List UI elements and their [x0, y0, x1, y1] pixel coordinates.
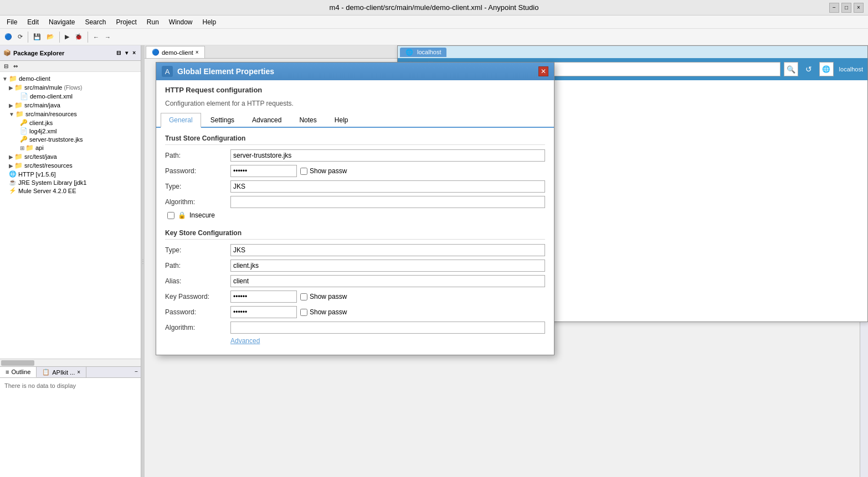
tree-item-log4j2-xml[interactable]: 📄 log4j2.xml	[0, 127, 141, 135]
trust-show-pass-checkbox[interactable]	[300, 168, 307, 175]
tree-item-src-main-mule[interactable]: ▶ 📁 src/main/mule (Flows)	[0, 83, 141, 92]
menu-run[interactable]: Run	[142, 17, 163, 27]
dialog-tab-help[interactable]: Help	[326, 113, 357, 127]
window-controls[interactable]: − □ ×	[829, 3, 864, 13]
insecure-checkbox[interactable]	[167, 212, 174, 219]
key-pass-row: Password: Show passw	[165, 306, 545, 318]
key-algorithm-input[interactable]	[230, 322, 545, 334]
key-path-input[interactable]	[230, 260, 545, 272]
key-type-label: Type:	[165, 246, 226, 254]
maximize-button[interactable]: □	[841, 3, 851, 13]
trust-show-pass-group: Show passw	[300, 167, 347, 175]
tree-item-demo-client-xml[interactable]: 📄 demo-client.xml	[0, 92, 141, 101]
key-type-input[interactable]	[230, 244, 545, 256]
trust-type-label: Type:	[165, 183, 226, 190]
package-explorer-title: Package Explorer	[13, 50, 64, 56]
key-pass-show-checkbox[interactable]	[300, 309, 307, 316]
tree-label-http: HTTP [v1.5.6]	[18, 171, 56, 178]
dialog-form: Trust Store Configuration Path: Password…	[156, 128, 554, 355]
menu-project[interactable]: Project	[111, 17, 141, 27]
apikit-icon: 📋	[42, 369, 50, 376]
key-pass-input[interactable]	[230, 306, 297, 318]
toolbar-save[interactable]: 💾	[31, 32, 43, 42]
toolbar: 🔵 ⟳ 💾 📂 ▶ 🐞 ← →	[0, 29, 868, 45]
advanced-row: Advanced	[165, 337, 545, 345]
toolbar-run[interactable]: ▶	[63, 32, 71, 42]
tree-item-client-jks[interactable]: 🔑 client.jks	[0, 118, 141, 127]
menu-edit[interactable]: Edit	[23, 17, 43, 27]
browser-search-button[interactable]: 🔍	[784, 62, 798, 76]
browser-tab-label: localhost	[417, 49, 441, 55]
editor-tab-demo-client[interactable]: 🔵 demo-client ×	[146, 46, 205, 58]
tree-item-mule-server[interactable]: ⚡ Mule Server 4.2.0 EE	[0, 186, 141, 195]
trust-path-row: Path:	[165, 149, 545, 162]
dialog-title: Global Element Properties	[177, 67, 534, 76]
close-panel-button[interactable]: ×	[131, 49, 137, 56]
menu-window[interactable]: Window	[165, 17, 197, 27]
menu-navigate[interactable]: Navigate	[44, 17, 79, 27]
dialog-tabs: General Settings Advanced Notes Help	[156, 113, 554, 128]
tree-item-demo-client[interactable]: ▼ 📁 demo-client	[0, 74, 141, 83]
apikit-close-btn[interactable]: ×	[77, 369, 80, 375]
key-pass-show-group: Show passw	[300, 308, 347, 316]
collapse-panel-button[interactable]: ⊟	[115, 49, 122, 56]
dialog-close-button[interactable]: ✕	[538, 66, 548, 76]
ie-icon: 🌐	[822, 65, 830, 73]
tree-item-jre[interactable]: ☕ JRE System Library [jdk1	[0, 178, 141, 186]
browser-ie-favicon: 🌐	[819, 62, 834, 76]
outline-icon: ≡	[6, 369, 9, 375]
key-alias-input[interactable]	[230, 275, 545, 287]
trust-type-input[interactable]	[230, 180, 545, 193]
toolbar-new[interactable]: 🔵	[2, 32, 14, 42]
trust-type-row: Type:	[165, 180, 545, 193]
dialog-tab-advanced[interactable]: Advanced	[244, 113, 290, 127]
link-editor-button[interactable]: ⇔	[12, 63, 19, 70]
toolbar-forward[interactable]: →	[102, 33, 113, 42]
close-window-button[interactable]: ×	[854, 3, 864, 13]
key-path-row: Path:	[165, 260, 545, 272]
advanced-link[interactable]: Advanced	[230, 337, 260, 345]
tree-item-http[interactable]: 🌐 HTTP [v1.5.6]	[0, 170, 141, 178]
tab-outline[interactable]: ≡ Outline	[0, 367, 37, 377]
browser-tab-bar: 🌐 localhost	[398, 46, 867, 58]
main-layout: 📦 Package Explorer ⊟ ▾ × ⊟ ⇔ ▼ 📁 demo-cl…	[0, 45, 868, 477]
tree-item-server-truststore-jks[interactable]: 🔑 server-truststore.jks	[0, 135, 141, 143]
trust-path-input[interactable]	[230, 149, 545, 162]
minimize-button[interactable]: −	[829, 3, 839, 13]
browser-refresh-button[interactable]: ↺	[802, 62, 816, 76]
tree-label-server-truststore-jks: server-truststore.jks	[29, 136, 83, 143]
dialog-tab-notes[interactable]: Notes	[291, 113, 325, 127]
toolbar-save-all[interactable]: 📂	[44, 32, 57, 42]
toolbar-open[interactable]: ⟳	[16, 32, 25, 42]
horizontal-scrollbar[interactable]	[0, 359, 141, 366]
menu-file[interactable]: File	[2, 17, 22, 27]
minimize-bottom-btn[interactable]: −	[133, 368, 140, 376]
browser-tab-localhost[interactable]: 🌐 localhost	[400, 48, 446, 57]
menu-search[interactable]: Search	[80, 17, 110, 27]
panel-menu-button[interactable]: ▾	[124, 49, 130, 56]
tree-label-client-jks: client.jks	[29, 120, 53, 126]
trust-password-input[interactable]	[230, 165, 297, 177]
dialog-body: HTTP Request configuration Configuration…	[156, 80, 554, 355]
menu-help[interactable]: Help	[198, 17, 221, 27]
ie-label: localhost	[839, 66, 863, 72]
key-password-input[interactable]	[230, 291, 297, 303]
tree-item-src-main-resources[interactable]: ▼ 📁 src/main/resources	[0, 110, 141, 118]
key-password-group: Show passw	[230, 291, 545, 303]
tree-item-src-main-java[interactable]: ▶ 📁 src/main/java	[0, 101, 141, 110]
close-tab-btn[interactable]: ×	[196, 49, 199, 55]
tree-item-api[interactable]: ⊞ 📁 api	[0, 143, 141, 152]
collapse-all-button[interactable]: ⊟	[2, 63, 10, 70]
dialog-tab-settings[interactable]: Settings	[202, 113, 243, 127]
trust-algorithm-input[interactable]	[230, 196, 545, 208]
tree-item-src-test-java[interactable]: ▶ 📁 src/test/java	[0, 152, 141, 161]
tree-item-src-test-resources[interactable]: ▶ 📁 src/test/resources	[0, 161, 141, 170]
toolbar-back[interactable]: ←	[91, 33, 101, 42]
dialog-tab-general[interactable]: General	[161, 113, 201, 128]
toolbar-debug[interactable]: 🐞	[73, 32, 85, 42]
scrollbar-thumb[interactable]	[1, 360, 34, 366]
panel-header-actions[interactable]: ⊟ ▾ ×	[115, 49, 137, 56]
tab-apikit[interactable]: 📋 APIkit ... ×	[37, 367, 86, 377]
bottom-content: There is no data to display	[0, 378, 141, 393]
key-show-pass-checkbox[interactable]	[300, 293, 307, 300]
